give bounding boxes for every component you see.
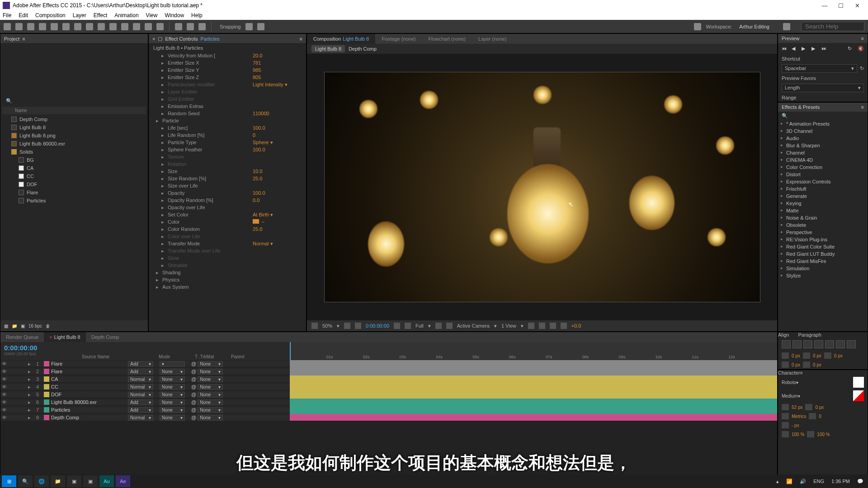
layer-bar[interactable]: [290, 391, 777, 399]
align-left-icon[interactable]: [782, 340, 791, 348]
effect-property[interactable]: ▸Opacity Random [%]0.0: [149, 197, 306, 204]
search-icon[interactable]: 🔍: [782, 113, 788, 119]
layer-name[interactable]: Light Bulb 80000.exr: [51, 399, 128, 405]
chrome-icon[interactable]: 🌐: [34, 475, 49, 487]
name-column[interactable]: Name: [15, 108, 27, 113]
project-item[interactable]: DOF: [2, 180, 146, 188]
layer-name[interactable]: Flare: [51, 369, 128, 374]
clock[interactable]: 1:36 PM: [831, 479, 850, 484]
align-justify-icon[interactable]: [814, 340, 823, 348]
parent-dropdown[interactable]: None▾: [198, 407, 223, 413]
effect-property[interactable]: ▸Opacity100.0: [149, 189, 306, 197]
preset-category[interactable]: Perspective: [778, 229, 868, 236]
playhead[interactable]: [290, 342, 291, 360]
menu-composition[interactable]: Composition: [35, 12, 66, 19]
effect-property[interactable]: ▸Life Random [%]0: [149, 131, 306, 139]
mode-dropdown[interactable]: Add▾: [128, 399, 153, 405]
effect-property[interactable]: ▸Size over Life: [149, 182, 306, 189]
preset-category[interactable]: Red Giant MisFire: [778, 258, 868, 265]
mag-icon[interactable]: [311, 323, 318, 329]
effect-property[interactable]: ▸Rotation: [149, 160, 306, 168]
trkmat-dropdown[interactable]: None▾: [160, 392, 185, 398]
effect-property[interactable]: ▸Size10.0: [149, 168, 306, 175]
layer-color[interactable]: [44, 369, 49, 374]
comp-tab[interactable]: Footage (none): [375, 34, 422, 44]
search-icon[interactable]: 🔍: [6, 98, 12, 103]
align-tab[interactable]: Align: [778, 332, 789, 338]
space-after-icon[interactable]: [803, 361, 810, 368]
trkmat-dropdown[interactable]: None▾: [160, 399, 185, 405]
visibility-icon[interactable]: 👁: [0, 376, 8, 382]
timeline-tab[interactable]: ×Light Bulb 8: [44, 332, 86, 342]
paragraph-tab[interactable]: Paragraph: [798, 332, 821, 338]
timeline-layer[interactable]: 👁▸1FlareAdd▾▾@ None▾: [0, 360, 777, 368]
timeline-tab[interactable]: Depth Comp: [86, 332, 125, 342]
effect-property[interactable]: ▸Sphere Feather100.0: [149, 146, 306, 153]
timeline-tab[interactable]: Render Queue: [0, 332, 44, 342]
tray-icon[interactable]: ▴: [776, 479, 779, 484]
prev-frame-icon[interactable]: ◀: [792, 46, 798, 52]
project-item[interactable]: Particles: [2, 197, 146, 205]
interpret-icon[interactable]: ▦: [4, 324, 8, 328]
layer-name[interactable]: CA: [51, 376, 128, 382]
layer-color[interactable]: [44, 399, 49, 405]
preset-category[interactable]: Frischluft: [778, 185, 868, 192]
layer-name[interactable]: DOF: [51, 392, 128, 397]
parent-dropdown[interactable]: None▾: [198, 415, 223, 421]
layer-color[interactable]: [44, 392, 49, 397]
close-button[interactable]: ✕: [849, 2, 865, 9]
menu-effect[interactable]: Effect: [94, 12, 107, 19]
search-icon[interactable]: [783, 23, 790, 30]
effect-property[interactable]: ▸Transfer Mode over Life: [149, 247, 306, 254]
trkmat-dropdown[interactable]: ▾: [160, 361, 185, 367]
effect-property[interactable]: ▸Size Random [%]25.0: [149, 175, 306, 182]
effect-property[interactable]: ▸Texture: [149, 153, 306, 160]
sync-icon[interactable]: [694, 23, 701, 30]
mode-dropdown[interactable]: Add▾: [128, 407, 153, 413]
effect-property[interactable]: ▸Layer Emitter: [149, 88, 306, 95]
preset-category[interactable]: RE:Vision Plug-ins: [778, 236, 868, 243]
preset-category[interactable]: Keying: [778, 200, 868, 207]
panel-menu-icon[interactable]: ≡: [861, 36, 864, 41]
menu-layer[interactable]: Layer: [73, 12, 86, 19]
comp-tab[interactable]: Flowchart (none): [422, 34, 472, 44]
layer-color[interactable]: [44, 407, 49, 413]
menu-animation[interactable]: Animation: [114, 12, 138, 19]
visibility-icon[interactable]: 👁: [0, 399, 8, 405]
roi-icon[interactable]: [435, 323, 442, 329]
preset-category[interactable]: Generate: [778, 192, 868, 200]
layer-bar[interactable]: [290, 360, 777, 368]
visibility-icon[interactable]: 👁: [0, 415, 8, 420]
align-center-icon[interactable]: [793, 340, 802, 348]
project-item[interactable]: Flare: [2, 188, 146, 197]
mode-dropdown[interactable]: Normal▾: [128, 384, 153, 390]
aftereffects-icon[interactable]: Ae: [116, 475, 130, 487]
parent-dropdown[interactable]: None▾: [198, 376, 223, 382]
project-item[interactable]: Solids: [2, 148, 146, 156]
shortcut-dropdown[interactable]: Spacebar▾: [782, 64, 857, 73]
snap2-icon[interactable]: [257, 23, 264, 30]
mode-dropdown[interactable]: Normal▾: [128, 415, 153, 421]
workspace-name[interactable]: Arthur Editing: [739, 24, 769, 29]
layer-name[interactable]: Particles: [51, 407, 128, 413]
current-time[interactable]: 0:00:00:00: [366, 323, 389, 328]
parent-dropdown[interactable]: None▾: [198, 369, 223, 375]
mask-icon[interactable]: [355, 323, 361, 329]
align-justify2-icon[interactable]: [825, 340, 834, 348]
transparency-icon[interactable]: [446, 323, 453, 329]
camera-dropdown[interactable]: Active Camera: [457, 323, 490, 328]
rect-tool-icon[interactable]: [74, 23, 81, 30]
effects-presets-tab[interactable]: Effects & Presets: [782, 104, 820, 110]
col-source[interactable]: Source Name: [82, 354, 159, 359]
timeline-layer[interactable]: 👁▸8Depth CompNormal▾None▾@ None▾: [0, 414, 777, 421]
composition-canvas[interactable]: ↖: [324, 72, 760, 302]
play-icon[interactable]: ▶: [802, 46, 808, 52]
preset-category[interactable]: Audio: [778, 135, 868, 142]
layer-bar[interactable]: [290, 414, 777, 421]
comp-icon[interactable]: ▣: [21, 324, 25, 328]
reset-icon[interactable]: ↻: [860, 66, 864, 71]
fast-preview-icon[interactable]: [539, 323, 545, 329]
zoom-dropdown[interactable]: 50%: [322, 323, 332, 328]
next-frame-icon[interactable]: ▶: [811, 46, 818, 52]
layer-bar[interactable]: [290, 406, 777, 414]
